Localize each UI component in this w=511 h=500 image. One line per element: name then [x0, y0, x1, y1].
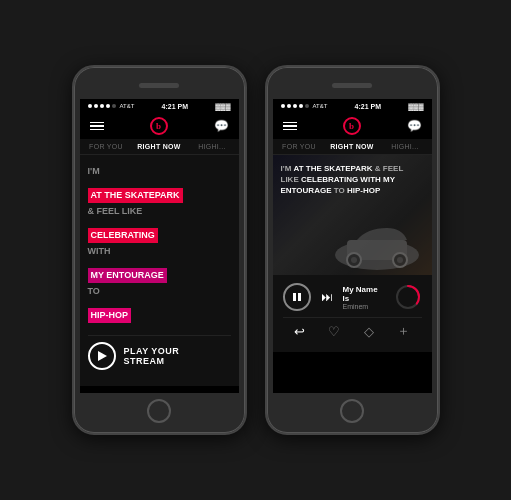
tab-right-now-2[interactable]: RIGHT NOW	[326, 139, 379, 154]
signal-dots: AT&T	[88, 103, 135, 109]
status-right-2: ▓▓▓	[408, 103, 423, 110]
tab-for-you[interactable]: FOR YOU	[80, 139, 133, 154]
beats-logo-2: b	[343, 117, 361, 135]
tab-for-you-2[interactable]: FOR YOU	[273, 139, 326, 154]
phone-2-home[interactable]	[340, 399, 364, 423]
play-stream-btn[interactable]: PLAY YOURSTREAM	[88, 335, 231, 376]
status-time-2: 4:21 PM	[355, 103, 381, 110]
phone-2-screen: AT&T 4:21 PM ▓▓▓ b 💬 FOR YOU RIGHT NOW H…	[273, 99, 432, 393]
album-art-text: I'M AT THE SKATEPARK & FEEL LIKE CELEBRA…	[281, 163, 424, 197]
play-circle-icon	[88, 342, 116, 370]
carrier-label: AT&T	[120, 103, 135, 109]
play-triangle-icon	[98, 351, 107, 361]
lyric-highlight-2: CELEBRATING	[88, 228, 158, 244]
phones-container: AT&T 4:21 PM ▓▓▓ b 💬 FOR YOU RI	[72, 65, 440, 435]
nav-bar-2: b 💬	[273, 113, 432, 139]
pause-bar-2	[298, 293, 301, 301]
svg-point-3	[351, 257, 357, 263]
diamond-icon[interactable]: ◇	[364, 324, 374, 339]
carrier-label-2: AT&T	[313, 103, 328, 109]
lyric-highlight-4: HIP-HOP	[88, 308, 132, 324]
status-time-1: 4:21 PM	[162, 103, 188, 110]
status-bar-2: AT&T 4:21 PM ▓▓▓	[273, 99, 432, 113]
lyric-line-1: I'M	[88, 165, 231, 179]
lyric-line-4: TO	[88, 285, 231, 299]
svg-point-5	[397, 257, 403, 263]
controls-row: ⏭ My Name Is Eminem	[283, 283, 422, 311]
status-bar-1: AT&T 4:21 PM ▓▓▓	[80, 99, 239, 113]
lyric-line-2: & FEEL LIKE	[88, 205, 231, 219]
album-art: I'M AT THE SKATEPARK & FEEL LIKE CELEBRA…	[273, 155, 432, 275]
bottom-icons: ↩ ♡ ◇ ＋	[283, 317, 422, 344]
track-info: My Name Is Eminem	[343, 285, 384, 310]
heart-icon[interactable]: ♡	[328, 324, 340, 339]
progress-ring	[394, 283, 422, 311]
phone-2-top	[267, 73, 438, 97]
tab-bar-2: FOR YOU RIGHT NOW HIGHI...	[273, 139, 432, 155]
nav-bar-1: b 💬	[80, 113, 239, 139]
phone-1-home[interactable]	[147, 399, 171, 423]
pause-bar-1	[293, 293, 296, 301]
track-artist: Eminem	[343, 303, 384, 310]
player-controls: ⏭ My Name Is Eminem ↩ ♡ ◇	[273, 275, 432, 352]
tab-highlights[interactable]: HIGHI...	[186, 139, 239, 154]
lyrics-block: I'M AT THE SKATEPARK & FEEL LIKE CELEBRA…	[88, 165, 231, 325]
chat-icon[interactable]: 💬	[214, 119, 229, 133]
share-icon[interactable]: ↩	[294, 324, 305, 339]
chat-icon-2[interactable]: 💬	[407, 119, 422, 133]
tab-right-now[interactable]: RIGHT NOW	[133, 139, 186, 154]
signal-dots-2: AT&T	[281, 103, 328, 109]
next-button[interactable]: ⏭	[321, 290, 333, 304]
phone-1-top	[74, 73, 245, 97]
phone-2: AT&T 4:21 PM ▓▓▓ b 💬 FOR YOU RIGHT NOW H…	[265, 65, 440, 435]
hamburger-icon[interactable]	[90, 122, 104, 131]
tab-highlights-2[interactable]: HIGHI...	[379, 139, 432, 154]
battery-icon: ▓▓▓	[215, 103, 230, 110]
phone1-main: I'M AT THE SKATEPARK & FEEL LIKE CELEBRA…	[80, 155, 239, 386]
lyric-highlight-3: MY ENTOURAGE	[88, 268, 167, 284]
phone-1-screen: AT&T 4:21 PM ▓▓▓ b 💬 FOR YOU RI	[80, 99, 239, 393]
beats-logo: b	[150, 117, 168, 135]
car-visual	[332, 220, 422, 275]
lyric-highlight-1: AT THE SKATEPARK	[88, 188, 183, 204]
phone-1: AT&T 4:21 PM ▓▓▓ b 💬 FOR YOU RI	[72, 65, 247, 435]
battery-icon-2: ▓▓▓	[408, 103, 423, 110]
play-stream-label: PLAY YOURSTREAM	[124, 346, 180, 366]
add-icon[interactable]: ＋	[397, 322, 410, 340]
status-right-1: ▓▓▓	[215, 103, 230, 110]
tab-bar-1: FOR YOU RIGHT NOW HIGHI...	[80, 139, 239, 155]
lyric-line-3: WITH	[88, 245, 231, 259]
pause-icon	[293, 293, 301, 301]
pause-button[interactable]	[283, 283, 311, 311]
phone-1-speaker	[139, 83, 179, 88]
track-name: My Name Is	[343, 285, 384, 303]
hamburger-icon-2[interactable]	[283, 122, 297, 131]
phone-2-speaker	[332, 83, 372, 88]
